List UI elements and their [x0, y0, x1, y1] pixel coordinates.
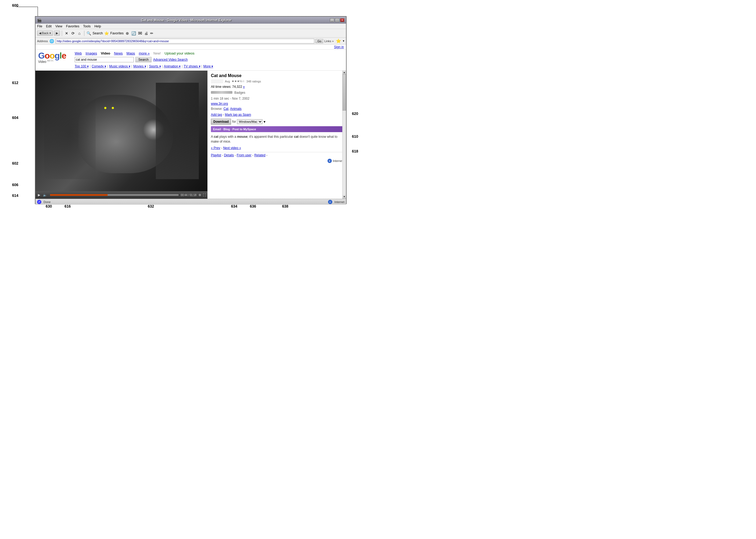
cat-top100[interactable]: Top 100 ▾: [75, 64, 89, 68]
menu-tools[interactable]: Tools: [83, 25, 91, 28]
details-link[interactable]: Details: [224, 153, 234, 157]
cat-sports[interactable]: Sports ▾: [149, 64, 161, 68]
search-input[interactable]: [75, 57, 134, 62]
maximize-button[interactable]: □: [335, 18, 339, 22]
media-icon[interactable]: ⊛: [125, 31, 130, 36]
history-icon[interactable]: 🔄: [131, 31, 136, 36]
nav-images[interactable]: Images: [86, 51, 97, 55]
progress-bar[interactable]: [50, 194, 179, 196]
email-row[interactable]: Email · Blog · Post to MySpace: [211, 126, 343, 132]
nav-news[interactable]: News: [114, 51, 123, 55]
label-602: 602: [12, 161, 18, 165]
menu-favorites[interactable]: Favorites: [66, 25, 79, 28]
views-row: All time views: 74,322 ≡: [211, 85, 343, 89]
search-row: Search Advanced Video Search: [75, 57, 343, 62]
cat-more[interactable]: More ▾: [204, 64, 213, 68]
address-input[interactable]: [55, 39, 314, 43]
ie-icon: e: [327, 159, 332, 163]
next-video-link[interactable]: Next video »: [223, 146, 241, 150]
video-frame[interactable]: [36, 71, 208, 191]
advanced-search-link[interactable]: Advanced Video Search: [153, 58, 188, 61]
nav-maps[interactable]: Maps: [126, 51, 135, 55]
site-link[interactable]: www.3rr.org: [211, 102, 228, 106]
download-for-label: for: [232, 120, 236, 123]
from-user-link[interactable]: From user: [237, 153, 251, 157]
nav-web[interactable]: Web: [75, 51, 82, 55]
menu-view[interactable]: View: [55, 25, 62, 28]
cat-animation[interactable]: Animation ▾: [164, 64, 181, 68]
video-controls: ▶ 🔈 00:44 / 01:18 ⚙ ⛶: [36, 191, 208, 199]
menu-edit[interactable]: Edit: [46, 25, 51, 28]
volume-icon[interactable]: 🔈: [42, 193, 48, 197]
panel-scrollbar: ▲ ▼: [342, 71, 346, 199]
refresh-icon[interactable]: ⟳: [70, 31, 76, 36]
print-icon[interactable]: 🖨: [144, 31, 148, 36]
cat-eye-right: [112, 107, 114, 109]
cat-eyes: [104, 107, 114, 109]
video-area: ▶ 🔈 00:44 / 01:18 ⚙ ⛶: [36, 71, 208, 199]
cat-tvshows[interactable]: TV shows ▾: [184, 64, 201, 68]
scrollbar-thumb[interactable]: [343, 74, 346, 111]
play-button[interactable]: ▶: [37, 193, 41, 197]
add-tag-link[interactable]: Add tag: [211, 113, 222, 116]
info-panel: Cat and Mouse ░░░░░ Avg ★★★½☆ 348 rating…: [208, 71, 346, 199]
sign-in-link[interactable]: Sign in: [334, 45, 344, 49]
label-618: 618: [352, 149, 358, 153]
cat-movies[interactable]: Movies ▾: [133, 64, 146, 68]
zone-label: Internet: [334, 200, 344, 203]
settings-icon[interactable]: ⚙: [199, 193, 201, 197]
ie-nav-icon[interactable]: ▾: [343, 39, 344, 43]
search-label[interactable]: Search: [93, 32, 103, 35]
cat-music[interactable]: Music videos ▾: [109, 64, 130, 68]
label-614: 614: [12, 193, 18, 198]
fullscreen-icon[interactable]: ⛶: [203, 193, 206, 196]
views-details-link[interactable]: ≡: [243, 85, 244, 88]
download-row: Download for Windows/Mac ▾: [211, 119, 343, 124]
address-label: Address: [37, 39, 48, 43]
home-icon[interactable]: ⌂: [77, 31, 82, 36]
back-button[interactable]: ◀ Back ▾: [37, 31, 53, 36]
download-button[interactable]: Download: [211, 119, 231, 124]
download-dropdown-icon[interactable]: ▾: [264, 119, 265, 124]
video-dark-area: [44, 89, 96, 179]
prev-video-link[interactable]: « Prev: [211, 146, 220, 150]
favorites-label[interactable]: Favorites: [111, 32, 124, 35]
go-button[interactable]: Go: [315, 39, 323, 43]
stop-icon[interactable]: ✕: [64, 31, 69, 36]
menu-file[interactable]: File: [37, 25, 42, 28]
forward-button[interactable]: ▶: [54, 31, 60, 36]
badges-section: Badges: [211, 91, 343, 95]
new-badge: New!: [153, 51, 161, 55]
download-platform-select[interactable]: Windows/Mac: [237, 119, 263, 124]
scrollbar-track[interactable]: [343, 74, 346, 195]
views-label: All time views:: [211, 85, 231, 89]
logo-google-text: Google: [38, 51, 70, 60]
nav-video[interactable]: Video: [101, 51, 110, 55]
title-bar-text: Cat and Mouse - Google Video - Microsoft…: [141, 18, 232, 22]
minimize-button[interactable]: _: [330, 18, 334, 22]
close-button[interactable]: ✕: [340, 18, 344, 22]
video-right-shadow: [156, 83, 199, 179]
mark-spam-link[interactable]: Mark tag as Spam: [225, 113, 251, 116]
menu-help[interactable]: Help: [94, 25, 101, 28]
browse-animals-link[interactable]: Animals: [230, 107, 241, 111]
related-link[interactable]: Related: [254, 153, 265, 157]
prev-next-row: « Prev - Next video »: [211, 146, 343, 150]
edit-icon[interactable]: ✏: [150, 31, 153, 36]
playlist-link[interactable]: Playlist: [211, 153, 221, 157]
search-button[interactable]: Search: [135, 57, 151, 62]
video-thumbnail: [36, 71, 208, 191]
browse-cat-link[interactable]: Cat: [223, 107, 229, 111]
search-icon[interactable]: 🔍: [86, 31, 92, 36]
upload-link[interactable]: Upload your videos: [164, 51, 194, 55]
favorites-icon[interactable]: ⭐: [104, 31, 109, 36]
mail-icon[interactable]: ✉: [138, 30, 142, 36]
nav-more[interactable]: more »: [139, 51, 150, 55]
scrollbar-up-arrow[interactable]: ▲: [343, 71, 346, 74]
links-button[interactable]: Links »: [324, 39, 334, 43]
scrollbar-down-arrow[interactable]: ▼: [343, 195, 346, 199]
ie-status-row: e Internet: [211, 159, 343, 163]
label-636: 636: [250, 204, 256, 208]
cat-comedy[interactable]: Comedy ▾: [92, 64, 106, 68]
menu-bar: File Edit View Favorites Tools Help: [36, 24, 346, 29]
